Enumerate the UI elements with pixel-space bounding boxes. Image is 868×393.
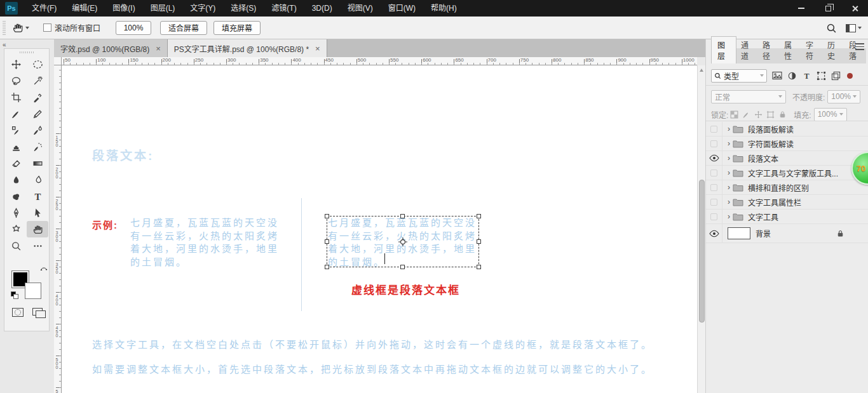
resize-handle-nw[interactable]	[325, 214, 329, 218]
eraser-tool[interactable]	[5, 155, 27, 171]
resize-handle-e[interactable]	[477, 239, 481, 244]
lock-position-button[interactable]	[754, 110, 763, 119]
background-color-swatch[interactable]	[25, 283, 41, 299]
lock-all-button[interactable]	[778, 110, 787, 119]
lasso-tool[interactable]	[5, 72, 27, 89]
panel-tab-layers[interactable]: 图层	[711, 36, 736, 63]
search-icon[interactable]	[826, 23, 837, 34]
gradient-tool[interactable]	[27, 155, 48, 171]
blend-mode-select[interactable]: 正常	[711, 90, 786, 103]
panel-tab-character[interactable]: 字符	[801, 37, 823, 63]
visibility-toggle[interactable]	[706, 224, 722, 243]
resize-handle-n[interactable]	[400, 214, 405, 218]
expand-icon[interactable]: ›	[728, 124, 730, 133]
screen-mode-button[interactable]	[32, 308, 43, 316]
visibility-toggle[interactable]	[706, 195, 722, 210]
panel-tab-properties[interactable]: 属性	[780, 37, 801, 63]
collapse-panel-icon[interactable]	[3, 41, 6, 48]
eyedropper-tool[interactable]	[27, 89, 48, 105]
filter-pixel-layers-button[interactable]	[772, 71, 782, 80]
layer-row-type-tool[interactable]: › 文字工具	[706, 210, 868, 224]
expand-icon[interactable]: ›	[728, 168, 730, 177]
lock-transparency-button[interactable]	[730, 110, 738, 119]
custom-shape-tool[interactable]	[5, 221, 27, 237]
pen-tool[interactable]	[5, 204, 27, 221]
quick-mask-button[interactable]	[12, 308, 24, 317]
fill-screen-button[interactable]: 填充屏幕	[214, 21, 261, 35]
resize-handle-se[interactable]	[477, 265, 481, 269]
menu-type[interactable]: 文字(Y)	[182, 0, 223, 17]
sponge-tool[interactable]	[5, 188, 27, 204]
edit-toolbar-button[interactable]	[27, 237, 48, 254]
filter-type-select[interactable]: 类型	[711, 69, 767, 83]
filter-toggle-icon[interactable]	[847, 73, 853, 79]
layer-thumbnail[interactable]	[728, 227, 750, 239]
fill-select[interactable]: 100%	[814, 108, 847, 121]
clone-stamp-tool[interactable]	[5, 122, 27, 138]
tab-close-icon[interactable]: ×	[315, 44, 320, 53]
expand-icon[interactable]: ›	[728, 139, 730, 148]
canvas-vertical-scrollbar[interactable]	[697, 65, 705, 393]
minimize-button[interactable]	[788, 0, 815, 17]
document-tab-active[interactable]: PS文字工具详解.psd @ 100%(RGB/8) * ×	[168, 39, 327, 57]
menu-file[interactable]: 文件(F)	[24, 0, 64, 17]
tab-close-icon[interactable]: ×	[156, 44, 161, 53]
expand-icon[interactable]: ›	[728, 183, 730, 192]
menu-filter[interactable]: 滤镜(T)	[264, 0, 304, 17]
visibility-toggle[interactable]	[706, 137, 722, 151]
workspace-switcher[interactable]	[846, 24, 862, 32]
panel-tab-paths[interactable]: 路径	[758, 37, 780, 63]
filter-smart-objects-button[interactable]	[831, 71, 841, 81]
menu-3d[interactable]: 3D(D)	[304, 0, 340, 17]
layer-row-character-panel[interactable]: › 字符面板解读	[706, 137, 868, 151]
blur-tool[interactable]	[5, 171, 27, 188]
fit-screen-button[interactable]: 适合屏幕	[160, 21, 207, 35]
hand-tool[interactable]	[27, 221, 48, 237]
scrollbar-thumb[interactable]	[699, 180, 705, 323]
panel-tab-channels[interactable]: 通道	[736, 37, 758, 63]
visibility-toggle[interactable]	[706, 180, 722, 195]
paragraph-text-box[interactable]: 七月盛夏，瓦蓝瓦蓝的天空没 有一丝云彩，火热的太阳炙烤 着大地，河里的水烫手，地…	[327, 216, 479, 267]
brush-tool[interactable]	[5, 105, 27, 122]
filter-type-layers-button[interactable]: T	[802, 71, 811, 81]
layer-row-orientation[interactable]: › 横排和直排的区别	[706, 180, 868, 195]
expand-icon[interactable]: ›	[728, 212, 730, 221]
move-tool[interactable]	[5, 56, 27, 72]
menu-window[interactable]: 窗口(W)	[381, 0, 423, 17]
filter-adjustment-layers-button[interactable]	[787, 71, 797, 81]
menu-edit[interactable]: 编辑(E)	[64, 0, 105, 17]
visibility-toggle[interactable]	[706, 122, 722, 137]
menu-layer[interactable]: 图层(L)	[143, 0, 183, 17]
visibility-toggle[interactable]	[706, 166, 722, 180]
visibility-toggle[interactable]	[706, 210, 722, 224]
resize-handle-w[interactable]	[325, 239, 329, 244]
smudge-tool[interactable]	[27, 171, 48, 188]
healing-brush-tool[interactable]	[27, 122, 48, 138]
resize-handle-s[interactable]	[400, 265, 405, 269]
menu-select[interactable]: 选择(S)	[223, 0, 264, 17]
quick-selection-tool[interactable]	[27, 72, 48, 89]
panel-menu-icon[interactable]	[855, 43, 864, 50]
close-button[interactable]	[841, 0, 868, 17]
crop-tool[interactable]	[5, 89, 27, 105]
menu-help[interactable]: 帮助(H)	[423, 0, 465, 17]
layer-row-background[interactable]: 背景	[706, 224, 868, 243]
menu-image[interactable]: 图像(I)	[105, 0, 142, 17]
panel-tab-history[interactable]: 历史	[823, 37, 844, 63]
scroll-up-icon[interactable]	[700, 69, 703, 72]
document-tab-zixiao[interactable]: 字效.psd @ 100%(RGB/8) ×	[54, 39, 168, 57]
restore-button[interactable]	[815, 0, 841, 17]
opacity-select[interactable]: 100%	[827, 90, 860, 103]
menu-view[interactable]: 视图(V)	[340, 0, 381, 17]
swap-colors-icon[interactable]	[40, 265, 49, 272]
panel-tab-paragraph[interactable]: 段落	[844, 37, 866, 63]
visibility-toggle[interactable]	[706, 151, 722, 166]
type-tool[interactable]: T	[27, 188, 48, 204]
pencil-tool[interactable]	[27, 105, 48, 122]
layer-row-options-bar[interactable]: › 文字工具属性栏	[706, 195, 868, 210]
layer-row-paragraph-text[interactable]: › 段落文本	[706, 151, 868, 166]
resize-handle-ne[interactable]	[477, 214, 481, 218]
layer-row-paragraph-panel[interactable]: › 段落面板解读	[706, 122, 868, 137]
expand-icon[interactable]: ›	[728, 154, 730, 163]
path-selection-tool[interactable]	[27, 204, 48, 221]
